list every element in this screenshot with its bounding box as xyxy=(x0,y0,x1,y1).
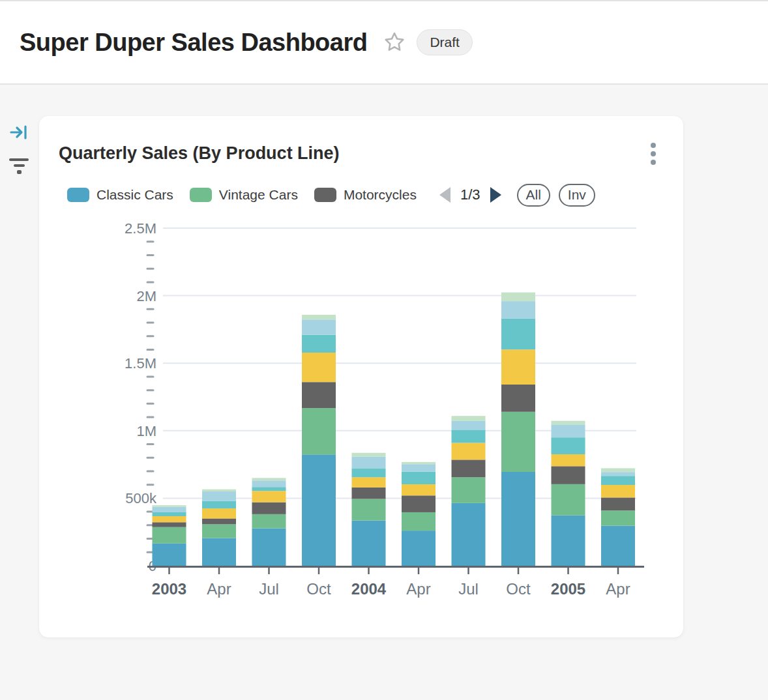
bar-segment[interactable] xyxy=(302,319,336,334)
bar-segment[interactable] xyxy=(252,491,286,502)
bar-segment[interactable] xyxy=(302,454,336,566)
bar-segment[interactable] xyxy=(552,466,585,484)
select-all-button[interactable]: All xyxy=(517,184,550,207)
bar-segment[interactable] xyxy=(402,462,436,464)
bar-segment[interactable] xyxy=(402,531,436,566)
bar-segment[interactable] xyxy=(501,472,535,566)
bar-segment[interactable] xyxy=(452,416,486,421)
legend-item-motorcycles[interactable]: Motorcycles xyxy=(314,187,417,203)
bar-segment[interactable] xyxy=(302,315,336,319)
bar-segment[interactable] xyxy=(302,382,336,408)
bar-segment[interactable] xyxy=(153,522,186,527)
favorite-button[interactable] xyxy=(383,31,406,54)
bar-segment[interactable] xyxy=(352,453,386,457)
y-tick-label: 1M xyxy=(136,423,156,439)
legend-item-vintage-cars[interactable]: Vintage Cars xyxy=(190,187,298,203)
page-header: Super Duper Sales Dashboard Draft xyxy=(0,0,768,85)
bar-segment[interactable] xyxy=(153,516,186,522)
x-tick-label: Apr xyxy=(406,580,430,598)
bar-segment[interactable] xyxy=(601,476,635,485)
bar-segment[interactable] xyxy=(452,443,486,459)
bar-segment[interactable] xyxy=(552,421,585,425)
bar-segment[interactable] xyxy=(552,516,585,566)
bar-segment[interactable] xyxy=(402,512,436,531)
status-badge: Draft xyxy=(417,29,473,55)
bar-segment[interactable] xyxy=(202,501,236,509)
arrow-to-bar-right-icon xyxy=(9,133,29,143)
bar-segment[interactable] xyxy=(552,484,585,516)
bar-segment[interactable] xyxy=(601,526,635,566)
bar-segment[interactable] xyxy=(153,512,186,516)
legend-item-classic-cars[interactable]: Classic Cars xyxy=(67,187,173,203)
legend-label: Classic Cars xyxy=(96,187,173,203)
bar-segment[interactable] xyxy=(402,484,436,495)
bar-segment[interactable] xyxy=(452,430,486,443)
bar-segment[interactable] xyxy=(501,319,535,349)
bar-segment[interactable] xyxy=(501,385,535,412)
dashboard-body: Quarterly Sales (By Product Line) Classi… xyxy=(0,85,768,700)
chart-plot-area[interactable]: 0500k1M1.5M2M2.5M2003AprJulOct2004AprJul… xyxy=(59,215,664,626)
bar-segment[interactable] xyxy=(501,349,535,385)
bar-segment[interactable] xyxy=(352,457,386,469)
x-tick-label: Oct xyxy=(506,580,531,598)
legend-prev-button[interactable] xyxy=(439,187,450,203)
bar-segment[interactable] xyxy=(352,477,386,488)
bar-segment[interactable] xyxy=(402,495,436,512)
bar-segment[interactable] xyxy=(352,469,386,477)
legend-next-button[interactable] xyxy=(490,187,501,203)
x-tick-label: Apr xyxy=(207,580,231,598)
bar-segment[interactable] xyxy=(252,529,286,566)
bar-segment[interactable] xyxy=(202,518,236,524)
bar-segment[interactable] xyxy=(501,301,535,319)
filter-icon[interactable] xyxy=(8,158,29,174)
bar-segment[interactable] xyxy=(252,487,286,491)
bar-segment[interactable] xyxy=(302,353,336,382)
bar-segment[interactable] xyxy=(252,503,286,514)
bar-segment[interactable] xyxy=(452,477,486,503)
bar-segment[interactable] xyxy=(153,505,186,506)
legend-swatch xyxy=(314,188,336,202)
bar-segment[interactable] xyxy=(202,508,236,518)
bar-segment[interactable] xyxy=(552,437,585,454)
card-menu-button[interactable] xyxy=(649,141,657,166)
bar-segment[interactable] xyxy=(452,421,486,430)
bar-segment[interactable] xyxy=(252,478,286,480)
bar-segment[interactable] xyxy=(352,521,386,566)
bar-segment[interactable] xyxy=(402,472,436,484)
invert-selection-button[interactable]: Inv xyxy=(559,184,595,207)
bar-segment[interactable] xyxy=(601,472,635,476)
x-tick-label: Jul xyxy=(458,580,479,598)
bar-segment[interactable] xyxy=(202,489,236,491)
sidebar-expand-button[interactable] xyxy=(9,124,29,143)
bar-segment[interactable] xyxy=(202,491,236,501)
star-icon xyxy=(383,31,406,55)
bar-segment[interactable] xyxy=(252,480,286,487)
bar-segment[interactable] xyxy=(601,468,635,472)
bar-segment[interactable] xyxy=(202,524,236,538)
bar-segment[interactable] xyxy=(153,527,186,544)
bar-segment[interactable] xyxy=(501,412,535,472)
bar-segment[interactable] xyxy=(601,510,635,525)
bar-segment[interactable] xyxy=(352,488,386,499)
bar-segment[interactable] xyxy=(552,454,585,466)
triangle-right-icon xyxy=(490,187,501,203)
x-tick-label: 2003 xyxy=(152,580,186,598)
legend-swatch xyxy=(190,188,212,202)
bar-segment[interactable] xyxy=(452,459,486,477)
bar-segment[interactable] xyxy=(452,503,486,566)
bar-segment[interactable] xyxy=(302,335,336,353)
bar-segment[interactable] xyxy=(601,497,635,510)
bar-segment[interactable] xyxy=(601,485,635,497)
bar-segment[interactable] xyxy=(202,538,236,566)
page-title: Super Duper Sales Dashboard xyxy=(20,29,367,57)
bar-segment[interactable] xyxy=(552,424,585,437)
bar-segment[interactable] xyxy=(153,506,186,512)
bar-segment[interactable] xyxy=(352,499,386,520)
x-tick-label: Apr xyxy=(606,580,630,598)
bar-segment[interactable] xyxy=(252,514,286,529)
bar-segment[interactable] xyxy=(402,464,436,472)
bar-segment[interactable] xyxy=(302,408,336,454)
bar-segment[interactable] xyxy=(153,544,186,566)
stacked-bar-chart[interactable]: 0500k1M1.5M2M2.5M2003AprJulOct2004AprJul… xyxy=(59,215,664,626)
bar-segment[interactable] xyxy=(501,293,535,301)
